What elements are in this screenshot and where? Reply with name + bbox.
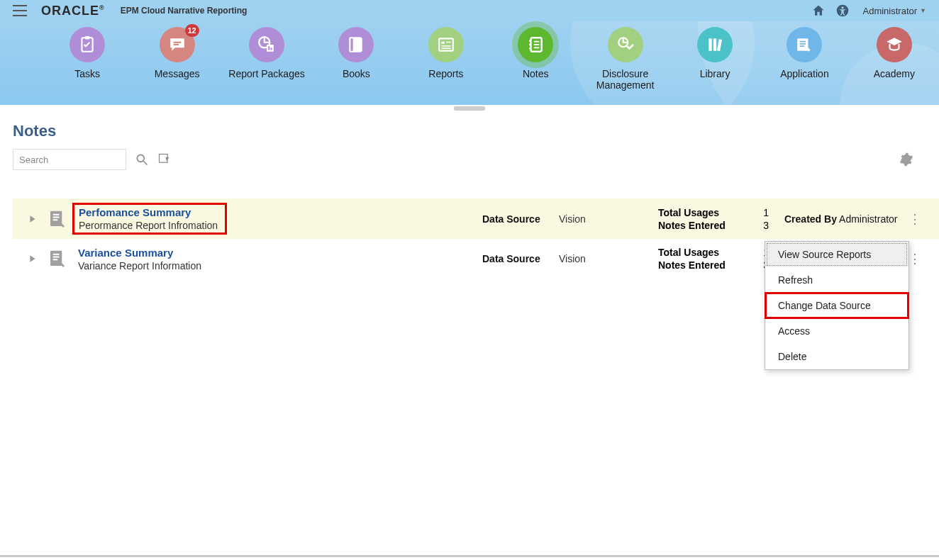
oracle-logo: ORACLE® xyxy=(41,4,105,18)
svg-rect-8 xyxy=(268,46,270,50)
svg-point-23 xyxy=(529,47,531,50)
svg-rect-13 xyxy=(441,42,444,44)
note-icon xyxy=(47,248,68,269)
total-usages-value: 1 xyxy=(757,207,769,218)
total-usages-label: Total Usages xyxy=(658,247,750,258)
reports-icon xyxy=(428,27,464,62)
svg-rect-27 xyxy=(717,39,722,51)
svg-rect-26 xyxy=(713,38,716,50)
nav-item-notes[interactable]: Notes xyxy=(491,27,580,98)
nav-item-academy[interactable]: Academy xyxy=(850,27,939,98)
svg-rect-14 xyxy=(441,45,450,47)
expand-icon[interactable] xyxy=(28,254,37,263)
expand-icon[interactable] xyxy=(28,215,37,223)
nav-item-messages[interactable]: 12 Messages xyxy=(132,27,221,98)
nav-item-application[interactable]: Application xyxy=(760,27,849,98)
gear-icon[interactable] xyxy=(899,152,913,167)
row-title[interactable]: Variance Summary xyxy=(78,247,482,259)
nav-label: Library xyxy=(670,68,760,79)
svg-rect-11 xyxy=(353,38,362,52)
nav-label: Report Packages xyxy=(222,68,311,79)
hamburger-menu[interactable] xyxy=(13,5,27,16)
nav-item-report-packages[interactable]: Report Packages xyxy=(222,27,311,98)
academy-icon xyxy=(877,27,912,62)
product-name: EPM Cloud Narrative Reporting xyxy=(121,6,248,16)
data-source-label: Data Source xyxy=(482,213,559,225)
report-packages-icon xyxy=(249,27,284,62)
user-menu[interactable]: Administrator ▼ xyxy=(863,6,927,16)
search-input[interactable] xyxy=(13,149,126,170)
svg-rect-15 xyxy=(441,47,450,49)
total-usages-label: Total Usages xyxy=(658,207,750,218)
nav-label: Notes xyxy=(491,68,580,79)
page-title: Notes xyxy=(13,122,939,140)
row-title[interactable]: Perfomance Summary xyxy=(79,206,218,218)
svg-point-1 xyxy=(841,6,843,9)
notes-entered-label: Notes Entered xyxy=(658,259,750,271)
svg-rect-3 xyxy=(85,36,90,39)
svg-point-22 xyxy=(529,44,531,46)
application-icon xyxy=(787,27,822,62)
nav-item-tasks[interactable]: Tasks xyxy=(43,27,132,98)
nav-item-disclosure-management[interactable]: DisclosureManagement xyxy=(580,27,669,98)
topbar: ORACLE® EPM Cloud Narrative Reporting Ad… xyxy=(0,0,939,21)
menu-item-change-data-source[interactable]: Change Data Source xyxy=(765,293,909,318)
nav-item-reports[interactable]: Reports xyxy=(401,27,491,98)
filter-icon[interactable] xyxy=(157,152,172,167)
notes-entered-label: Notes Entered xyxy=(658,220,750,231)
svg-rect-7 xyxy=(267,45,274,52)
menu-item-view-source-reports[interactable]: View Source Reports xyxy=(765,242,909,267)
svg-rect-9 xyxy=(270,47,272,50)
nav-label: Tasks xyxy=(43,68,132,79)
list-row[interactable]: Perfomance SummaryPerormance Report Infr… xyxy=(13,198,939,239)
menu-item-refresh[interactable]: Refresh xyxy=(765,267,909,293)
row-subtitle: Perormance Report Infromation xyxy=(79,220,218,231)
accessibility-icon[interactable] xyxy=(835,3,850,18)
svg-point-21 xyxy=(529,40,531,42)
messages-icon: 12 xyxy=(160,27,195,62)
tasks-icon xyxy=(70,27,105,62)
notes-icon xyxy=(518,27,553,62)
data-source-value: Vision xyxy=(559,253,658,264)
library-icon xyxy=(697,27,733,62)
search-icon[interactable] xyxy=(135,152,149,167)
svg-rect-12 xyxy=(439,38,453,50)
nav-label: Reports xyxy=(401,68,491,79)
footer-divider xyxy=(0,555,939,557)
nav-label: DisclosureManagement xyxy=(580,68,669,91)
note-icon xyxy=(47,208,68,230)
created-by: Created By Administrator xyxy=(784,213,898,225)
chevron-down-icon: ▼ xyxy=(920,7,926,14)
nav-label: Academy xyxy=(850,68,939,79)
svg-point-29 xyxy=(137,155,144,162)
user-name: Administrator xyxy=(863,6,918,16)
nav-label: Messages xyxy=(132,68,221,79)
menu-item-access[interactable]: Access xyxy=(765,318,909,344)
nav-label: Application xyxy=(760,68,849,79)
books-icon xyxy=(338,27,374,62)
row-subtitle: Variance Report Information xyxy=(78,260,482,271)
context-menu: View Source ReportsRefreshChange Data So… xyxy=(765,241,909,370)
badge: 12 xyxy=(185,24,199,37)
more-actions-icon[interactable]: ⋮ xyxy=(906,211,925,227)
nav-item-books[interactable]: Books xyxy=(311,27,401,98)
nav-label: Books xyxy=(311,68,401,79)
svg-line-30 xyxy=(144,162,148,165)
springboard-nav: Tasks 12 Messages Report Packages Books … xyxy=(0,21,939,105)
data-source-label: Data Source xyxy=(482,253,559,264)
notes-entered-value: 3 xyxy=(757,220,769,231)
disclosure-icon xyxy=(608,27,643,62)
nav-item-library[interactable]: Library xyxy=(670,27,760,98)
svg-rect-25 xyxy=(709,38,711,50)
menu-item-delete[interactable]: Delete xyxy=(765,344,909,369)
svg-rect-16 xyxy=(446,42,451,43)
data-source-value: Vision xyxy=(559,213,658,225)
home-icon[interactable] xyxy=(811,3,826,18)
toolbar xyxy=(13,149,939,170)
